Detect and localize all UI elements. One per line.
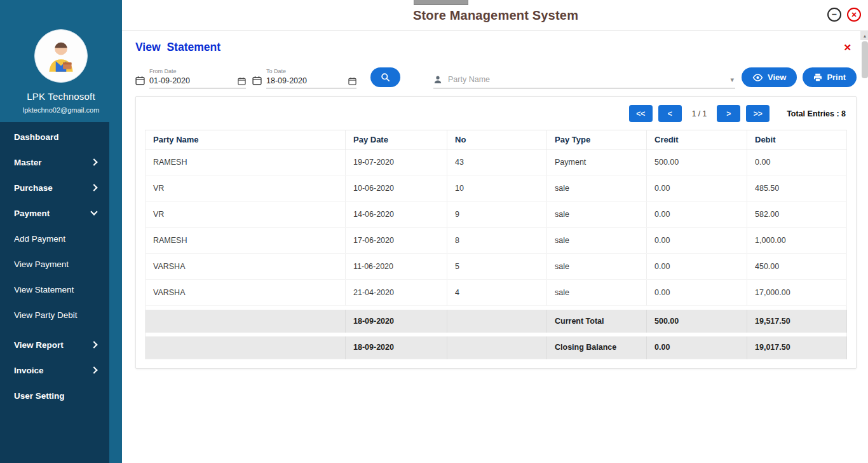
chevron-right-icon xyxy=(90,184,97,191)
app-window: LPK Technosoft lpktechno02@gmail.com Das… xyxy=(0,0,868,463)
worker-illustration-icon xyxy=(41,36,81,76)
table-cell: VR xyxy=(146,176,346,202)
to-date-field[interactable]: To Date 18-09-2020 xyxy=(252,68,356,88)
table-cell: sale xyxy=(547,228,647,254)
to-date-value[interactable]: 18-09-2020 xyxy=(266,76,307,85)
table-cell xyxy=(447,336,547,359)
table-cell: RAMESH xyxy=(146,149,346,176)
table-cell: 14-06-2020 xyxy=(346,202,447,228)
sidebar-item-master[interactable]: Master xyxy=(0,149,109,175)
table-cell: 19-07-2020 xyxy=(346,149,447,176)
sidebar-item-label: User Setting xyxy=(14,391,65,401)
sidebar-item-user-setting[interactable]: User Setting xyxy=(0,383,109,408)
party-name-input[interactable] xyxy=(448,75,730,84)
table-cell: 18-09-2020 xyxy=(346,310,447,333)
from-date-value[interactable]: 01-09-2020 xyxy=(149,76,190,85)
column-header: No xyxy=(447,130,547,149)
close-button[interactable]: ✕ xyxy=(847,8,861,22)
party-name-dropdown[interactable]: ▾ xyxy=(433,75,735,88)
sidebar-item-dashboard[interactable]: Dashboard xyxy=(0,124,109,149)
sidebar-item-label: Payment xyxy=(14,209,50,218)
sidebar-item-label: Master xyxy=(14,158,42,167)
summary-row: 18-09-2020Closing Balance0.0019,017.50 xyxy=(146,336,847,359)
table-cell: RAMESH xyxy=(146,228,346,254)
calendar-icon[interactable] xyxy=(135,76,145,88)
table-row: VR14-06-20209sale0.00582.00 xyxy=(146,202,847,228)
prev-page-button[interactable]: < xyxy=(658,105,682,122)
to-date-input[interactable]: To Date 18-09-2020 xyxy=(266,68,356,88)
to-date-label: To Date xyxy=(266,68,356,74)
view-button[interactable]: View xyxy=(742,67,797,87)
calendar-icon[interactable] xyxy=(252,76,262,88)
table-row: VARSHA11-06-20205sale0.00450.00 xyxy=(146,254,847,280)
view-button-label: View xyxy=(768,73,786,82)
table-cell: 18-09-2020 xyxy=(346,336,447,359)
sidebar-item-label: Dashboard xyxy=(14,132,59,142)
table-cell: Current Total xyxy=(547,310,647,333)
table-row: RAMESH17-06-20208sale0.001,000.00 xyxy=(146,228,847,254)
print-button[interactable]: Print xyxy=(803,67,857,87)
statement-table: Party NamePay DateNoPay TypeCreditDebit … xyxy=(145,130,847,359)
page-title: View Statement xyxy=(135,41,220,54)
calendar-picker-icon[interactable] xyxy=(348,77,356,85)
table-cell: 0.00 xyxy=(647,228,747,254)
calendar-picker-icon[interactable] xyxy=(238,77,246,85)
table-cell: Payment xyxy=(547,149,647,176)
table-row: VARSHA21-04-20204sale0.0017,000.00 xyxy=(146,280,847,306)
first-page-button[interactable]: << xyxy=(629,105,653,122)
sidebar-item-purchase[interactable]: Purchase xyxy=(0,175,109,200)
sidebar-item-add-payment[interactable]: Add Payment xyxy=(0,226,109,251)
sidebar-item-label: View Statement xyxy=(14,285,74,294)
sidebar-item-view-report[interactable]: View Report xyxy=(0,332,109,357)
title-bar: Store Management System – ✕ xyxy=(122,0,868,31)
table-cell: 17-06-2020 xyxy=(346,228,447,254)
page-close-icon[interactable]: ✕ xyxy=(843,42,857,53)
eye-icon xyxy=(752,74,763,81)
last-page-button[interactable]: >> xyxy=(746,105,770,122)
table-cell: 450.00 xyxy=(747,254,847,280)
sidebar-item-view-statement[interactable]: View Statement xyxy=(0,277,109,302)
from-date-input[interactable]: From Date 01-09-2020 xyxy=(149,68,246,88)
table-cell: VARSHA xyxy=(146,280,346,306)
table-cell: 5 xyxy=(447,254,547,280)
sidebar-item-view-payment[interactable]: View Payment xyxy=(0,251,109,277)
pagination-bar: << < 1 / 1 > >> Total Entries : 8 xyxy=(145,97,847,130)
table-cell: VARSHA xyxy=(146,254,346,280)
next-page-button[interactable]: > xyxy=(717,105,740,122)
column-header: Credit xyxy=(647,130,747,149)
scrollbar-thumb[interactable] xyxy=(862,41,868,78)
table-cell: 485.50 xyxy=(747,176,847,202)
print-button-label: Print xyxy=(827,73,846,82)
chevron-down-icon xyxy=(90,208,97,215)
summary-row: 18-09-2020Current Total500.0019,517.50 xyxy=(146,310,847,333)
sidebar-item-payment[interactable]: Payment xyxy=(0,200,109,226)
from-date-field[interactable]: From Date 01-09-2020 xyxy=(135,68,246,88)
profile-section: LPK Technosoft lpktechno02@gmail.com xyxy=(0,0,122,114)
sidebar-item-view-party-debit[interactable]: View Party Debit xyxy=(0,302,109,328)
table-cell: 17,000.00 xyxy=(747,280,847,306)
table-cell: 10-06-2020 xyxy=(346,176,447,202)
brand-email: lpktechno02@gmail.com xyxy=(0,106,122,114)
search-button[interactable] xyxy=(370,67,400,87)
sidebar-item-label: Add Payment xyxy=(14,234,65,244)
sidebar-item-label: View Payment xyxy=(14,259,69,269)
sidebar-item-label: View Report xyxy=(14,340,64,350)
table-cell: 0.00 xyxy=(647,202,747,228)
chevron-right-icon xyxy=(90,341,97,348)
vertical-scrollbar[interactable]: ▲ xyxy=(860,31,868,463)
total-entries-label: Total Entries : 8 xyxy=(787,109,846,118)
table-cell: 19,517.50 xyxy=(747,310,847,333)
sidebar-item-invoice[interactable]: Invoice xyxy=(0,357,109,383)
scroll-up-icon[interactable]: ▲ xyxy=(860,31,868,40)
column-header: Pay Type xyxy=(547,130,647,149)
sidebar: LPK Technosoft lpktechno02@gmail.com Das… xyxy=(0,0,122,463)
table-cell: 1,000.00 xyxy=(747,228,847,254)
top-drag-handle xyxy=(414,0,468,5)
minimize-button[interactable]: – xyxy=(827,8,841,22)
chevron-down-icon[interactable]: ▾ xyxy=(730,76,735,84)
table-cell: 9 xyxy=(447,202,547,228)
brand-name: LPK Technosoft xyxy=(0,91,122,102)
sidebar-menu: DashboardMasterPurchasePaymentAdd Paymen… xyxy=(0,122,109,463)
table-cell: Closing Balance xyxy=(547,336,647,359)
table-cell: 0.00 xyxy=(647,254,747,280)
